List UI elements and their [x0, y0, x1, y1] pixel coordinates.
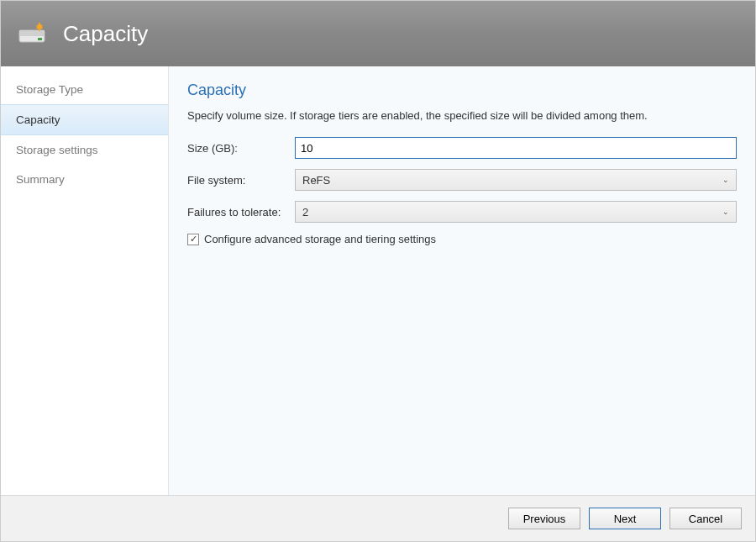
check-icon: ✓	[190, 234, 197, 244]
sidebar-item-storage-type[interactable]: Storage Type	[1, 75, 168, 104]
sidebar-item-label: Storage settings	[16, 144, 98, 156]
sidebar-item-capacity[interactable]: Capacity	[1, 104, 168, 135]
filesystem-value: ReFS	[302, 174, 330, 187]
failures-row: Failures to tolerate: 2 ⌄	[187, 201, 737, 223]
wizard-footer: Previous Next Cancel	[1, 495, 755, 541]
size-input[interactable]	[295, 137, 737, 159]
sidebar-item-storage-settings[interactable]: Storage settings	[1, 135, 168, 165]
sidebar-item-label: Capacity	[16, 113, 60, 126]
drive-icon	[18, 20, 51, 47]
wizard-content: Storage Type Capacity Storage settings S…	[1, 66, 755, 495]
page-title: Capacity	[187, 82, 737, 99]
size-row: Size (GB):	[187, 137, 737, 159]
header-title: Capacity	[63, 21, 148, 47]
advanced-checkbox[interactable]: ✓	[187, 234, 199, 245]
svg-rect-2	[38, 38, 42, 40]
wizard-sidebar: Storage Type Capacity Storage settings S…	[1, 66, 169, 495]
failures-select[interactable]: 2 ⌄	[295, 201, 737, 223]
failures-label: Failures to tolerate:	[187, 206, 295, 218]
advanced-settings-row: ✓ Configure advanced storage and tiering…	[187, 233, 737, 245]
wizard-header: Capacity	[1, 1, 755, 66]
advanced-checkbox-label: Configure advanced storage and tiering s…	[204, 233, 436, 245]
sidebar-item-label: Summary	[16, 173, 65, 186]
wizard-main-panel: Capacity Specify volume size. If storage…	[169, 66, 755, 495]
next-button[interactable]: Next	[589, 508, 661, 529]
page-description: Specify volume size. If storage tiers ar…	[187, 109, 737, 122]
previous-button[interactable]: Previous	[508, 508, 580, 529]
sidebar-item-label: Storage Type	[16, 83, 83, 96]
filesystem-select[interactable]: ReFS ⌄	[295, 169, 737, 191]
size-label: Size (GB):	[187, 142, 295, 155]
failures-value: 2	[302, 206, 308, 218]
svg-rect-1	[19, 30, 45, 36]
chevron-down-icon: ⌄	[722, 176, 729, 184]
filesystem-row: File system: ReFS ⌄	[187, 169, 737, 191]
sidebar-item-summary[interactable]: Summary	[1, 165, 168, 194]
cancel-button[interactable]: Cancel	[669, 508, 742, 529]
chevron-down-icon: ⌄	[722, 208, 729, 216]
filesystem-label: File system:	[187, 174, 295, 187]
